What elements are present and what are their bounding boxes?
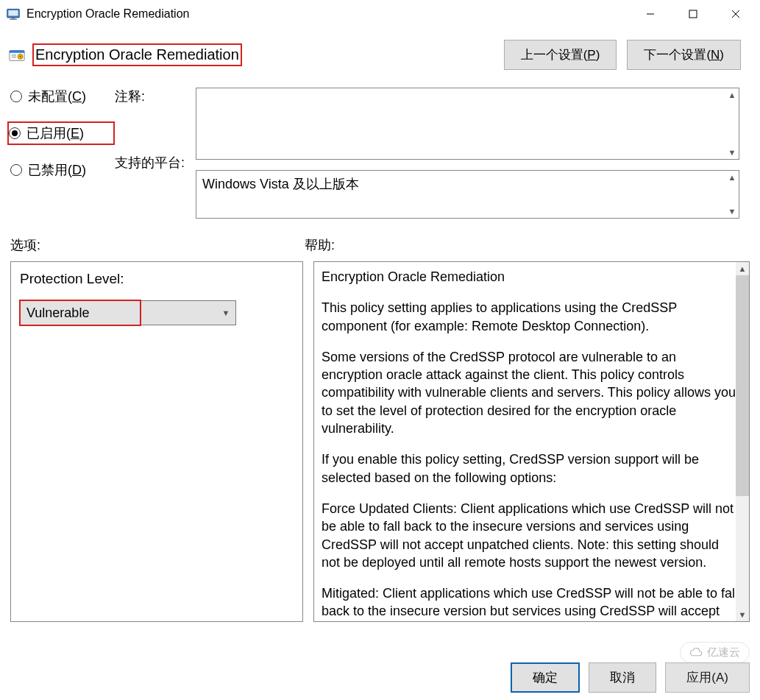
scroll-up-icon[interactable]: ▲ [725,171,739,184]
svg-rect-3 [10,19,17,20]
svg-point-13 [19,55,21,57]
svg-rect-5 [689,10,697,18]
radio-icon [10,164,22,176]
scroll-up-icon[interactable]: ▲ [736,262,749,275]
radio-disabled[interactable]: 已禁用(D) [10,161,115,179]
policy-title: Encryption Oracle Remediation [32,43,242,66]
scrollbar[interactable]: ▲▼ [725,171,739,218]
chevron-down-icon: ▼ [216,301,235,325]
svg-rect-10 [12,54,16,55]
policy-icon [9,47,25,63]
window-title: Encryption Oracle Remediation [26,7,629,21]
help-text: If you enable this policy setting, CredS… [322,450,739,487]
supported-label: 支持的平台: [115,154,196,172]
scrollbar-thumb[interactable] [736,275,749,496]
ok-button[interactable]: 确定 [511,662,580,693]
svg-rect-11 [12,56,16,57]
next-setting-button[interactable]: 下一个设置(N) [627,40,741,70]
scroll-up-icon[interactable]: ▲ [725,88,739,102]
scroll-down-icon[interactable]: ▼ [736,608,749,621]
protection-level-dropdown[interactable]: Vulnerable ▼ [20,300,236,325]
window-controls [629,0,757,28]
close-button[interactable] [714,0,757,28]
help-text: Force Updated Clients: Client applicatio… [322,500,739,571]
help-text: This policy setting applies to applicati… [322,299,739,335]
help-panel: Encryption Oracle Remediation This polic… [313,261,750,622]
comment-textbox[interactable]: ▲▼ [196,88,739,160]
help-text: Some versions of the CredSSP protocol ar… [322,348,739,437]
protection-level-value: Vulnerable [19,300,141,326]
previous-setting-button[interactable]: 上一个设置(P) [504,40,617,70]
options-panel: Protection Level: Vulnerable ▼ [10,261,303,622]
scrollbar[interactable]: ▲▼ [725,88,739,159]
comment-label: 注释: [115,88,196,105]
help-heading: Encryption Oracle Remediation [322,268,739,286]
svg-rect-2 [12,18,15,19]
help-label: 帮助: [305,236,335,254]
cancel-button[interactable]: 取消 [589,662,656,693]
title-bar: Encryption Oracle Remediation [0,0,760,28]
radio-not-configured[interactable]: 未配置(C) [10,88,115,105]
radio-icon [10,91,22,102]
apply-button[interactable]: 应用(A) [665,662,750,693]
radio-enabled[interactable]: 已启用(E) [9,124,110,142]
protection-level-label: Protection Level: [20,271,294,287]
svg-rect-9 [10,50,24,52]
svg-rect-1 [8,10,18,16]
radio-enabled-highlight: 已启用(E) [7,121,115,145]
scroll-down-icon[interactable]: ▼ [725,205,739,218]
app-icon [6,7,21,21]
supported-textbox: Windows Vista 及以上版本 ▲▼ [196,170,739,219]
help-text: Mitigated: Client applications which use… [322,584,739,621]
options-label: 选项: [10,236,305,254]
help-scrollbar[interactable]: ▲ ▼ [736,262,749,621]
maximize-button[interactable] [672,0,714,28]
supported-text: Windows Vista 及以上版本 [196,171,739,197]
scroll-down-icon[interactable]: ▼ [725,146,739,159]
minimize-button[interactable] [629,0,672,28]
radio-icon-selected [9,127,21,139]
